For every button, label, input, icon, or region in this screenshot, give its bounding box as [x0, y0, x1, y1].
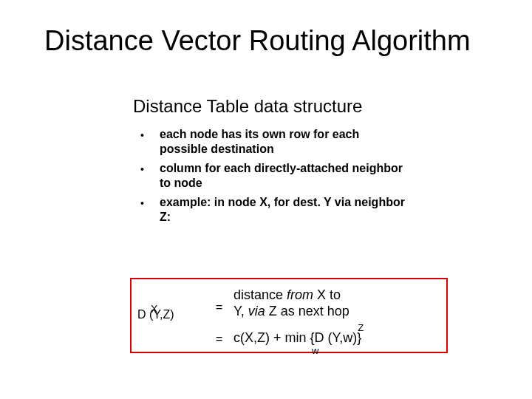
formula-rhs-expression: c(X,Z) + min {D (Y,w)} Z [233, 330, 361, 346]
bullet-dot-icon: • [140, 161, 160, 177]
bullet-text: column for each directly-attached neighb… [160, 161, 406, 191]
formula-rhs-description: distance from X to Y, via Z as next hop [233, 287, 349, 319]
formula-lhs-main: D (Y,Z) [137, 309, 174, 321]
rhs2-text: c(X,Z) + min {D (Y,w)} Z [233, 330, 361, 346]
bullet-dot-icon: • [140, 127, 160, 143]
bullet-item: • column for each directly-attached neig… [140, 161, 406, 191]
bullet-dot-icon: • [140, 195, 160, 211]
slide-title: Distance Vector Routing Algorithm [44, 25, 471, 57]
rhs2-superscript: Z [358, 322, 364, 333]
equals-sign-2: = [216, 332, 222, 346]
slide-subtitle: Distance Table data structure [133, 96, 362, 117]
equals-sign-1: = [216, 301, 222, 314]
bullet-text: each node has its own row for each possi… [160, 127, 406, 157]
rhs1-italic: via [248, 304, 265, 318]
min-subscript: w [312, 345, 318, 356]
bullet-list: • each node has its own row for each pos… [140, 127, 406, 229]
rhs1-part: X to [313, 287, 341, 302]
rhs1-part: Z as next hop [265, 304, 349, 318]
rhs2-main: c(X,Z) + min {D (Y,w)} [233, 330, 361, 345]
rhs1-part: distance [233, 287, 287, 302]
rhs1-part: Y, [233, 304, 248, 318]
formula-lhs: X D (Y,Z) [137, 303, 174, 321]
bullet-item: • each node has its own row for each pos… [140, 127, 406, 157]
bullet-item: • example: in node X, for dest. Y via ne… [140, 195, 406, 225]
rhs1-italic: from [287, 287, 313, 302]
bullet-text: example: in node X, for dest. Y via neig… [160, 195, 406, 225]
slide: Distance Vector Routing Algorithm Distan… [0, 0, 532, 399]
